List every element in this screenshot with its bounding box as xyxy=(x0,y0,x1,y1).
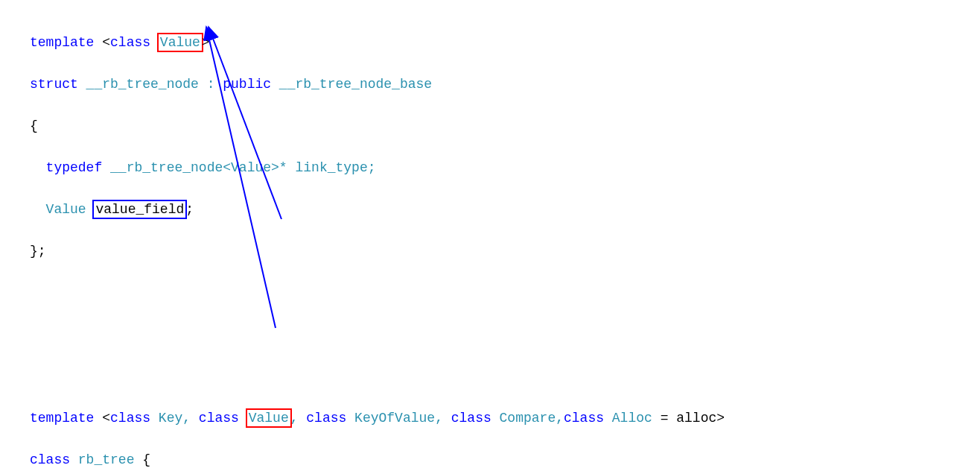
type-value: Value xyxy=(160,35,200,50)
keyword-class: class xyxy=(451,411,491,426)
semicolon: ; xyxy=(185,202,194,217)
highlight-value-2: Value xyxy=(246,408,292,428)
code-line: }; xyxy=(30,241,725,262)
brace-open: { xyxy=(30,118,38,133)
blank-line xyxy=(30,282,725,303)
type-value: Value xyxy=(249,411,289,426)
keyword-class: class xyxy=(199,411,247,426)
angle-open: < xyxy=(102,35,110,50)
code-block: template <class Value> struct __rb_tree_… xyxy=(30,11,725,471)
keyword-typedef: typedef xyxy=(46,160,103,175)
type-rb-tree: rb_tree xyxy=(70,452,142,467)
code-line: Value value_field; xyxy=(30,199,725,220)
code-line: typedef __rb_tree_node<Value>* link_type… xyxy=(30,157,725,178)
keyword-class: class xyxy=(564,411,604,426)
blank-line xyxy=(30,366,725,387)
type-name: __rb_tree_node : xyxy=(78,77,223,92)
keyword-template: template xyxy=(30,411,102,426)
type-value: Value xyxy=(46,202,95,217)
base-type: __rb_tree_node_base xyxy=(271,77,432,92)
keyword-class: class xyxy=(110,411,150,426)
blank-line xyxy=(30,324,725,345)
keyword-class: class xyxy=(30,452,70,467)
code-line: class rb_tree { xyxy=(30,449,725,470)
highlight-value-field: value_field xyxy=(92,200,187,219)
angle-close: > xyxy=(202,35,210,50)
highlight-value-1: Value xyxy=(157,33,203,52)
keyword-class: class xyxy=(306,411,346,426)
keyword-struct: struct xyxy=(30,77,78,92)
code-line: template <class Key, class Value, class … xyxy=(30,408,725,429)
code-line: { xyxy=(30,116,725,136)
code-line: struct __rb_tree_node : public __rb_tree… xyxy=(30,74,725,95)
keyword-class: class xyxy=(110,35,159,50)
typedef-body: __rb_tree_node<Value>* link_type; xyxy=(102,160,375,175)
member-value-field: value_field xyxy=(95,202,184,217)
code-line: template <class Value> xyxy=(30,32,725,53)
keyword-public: public xyxy=(223,77,271,92)
brace-close-semi: }; xyxy=(30,244,46,259)
keyword-template: template xyxy=(30,35,102,50)
